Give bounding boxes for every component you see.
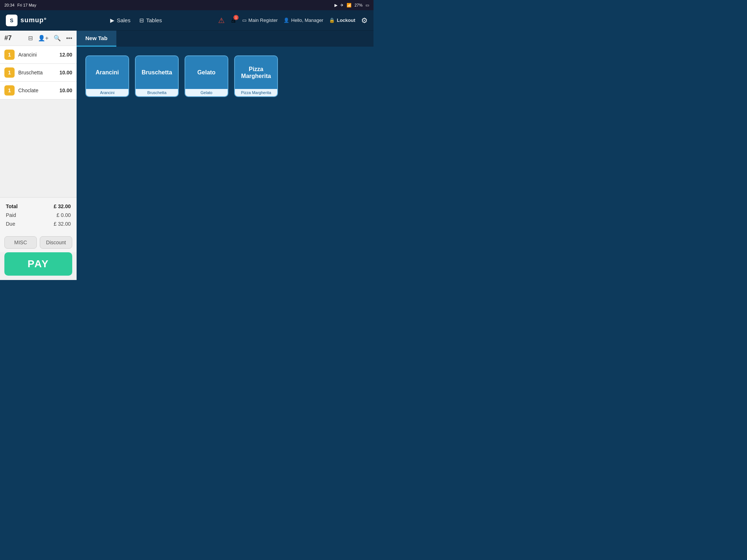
wifi-icon: 📶 bbox=[347, 3, 352, 8]
order-item[interactable]: 1 Arancini 12.00 bbox=[0, 46, 77, 64]
register-label: Main Register bbox=[248, 18, 278, 23]
location-icon: ▶ bbox=[334, 3, 337, 8]
item-qty: 1 bbox=[4, 50, 15, 60]
lockout-label: Lockout bbox=[337, 18, 355, 23]
battery-icon: ▭ bbox=[365, 3, 369, 8]
item-price: 10.00 bbox=[59, 88, 72, 93]
discount-button[interactable]: Discount bbox=[40, 236, 72, 249]
total-value: £ 32.00 bbox=[54, 203, 71, 209]
register-icon: ▭ bbox=[242, 18, 247, 23]
hello-label: Hello, Manager bbox=[291, 18, 323, 23]
tables-nav-item[interactable]: ⊟ Tables bbox=[139, 17, 162, 24]
logo-text: sumup° bbox=[20, 16, 47, 24]
item-name: Choclate bbox=[18, 88, 56, 93]
left-panel: #7 ⊟ 👤+ 🔍 ••• 1 Arancini 12.00 1 Brusche… bbox=[0, 31, 77, 280]
total-row-paid: Paid £ 0.00 bbox=[6, 211, 71, 219]
item-name: Arancini bbox=[18, 52, 56, 58]
nav-right: ⚠ 🖨 1 ▭ Main Register 👤 Hello, Manager 🔒… bbox=[218, 16, 368, 25]
product-card-inner: Gelato bbox=[185, 56, 228, 89]
sales-label: Sales bbox=[117, 17, 131, 23]
paid-label: Paid bbox=[6, 212, 16, 218]
product-card-inner: Bruschetta bbox=[136, 56, 178, 89]
due-value: £ 32.00 bbox=[54, 221, 71, 227]
new-tab-button[interactable]: New Tab bbox=[77, 31, 116, 47]
lock-icon: 🔒 bbox=[329, 18, 335, 23]
logo-area: S sumup° bbox=[6, 15, 47, 26]
logo-icon: S bbox=[6, 15, 18, 26]
tab-number: #7 bbox=[4, 34, 12, 42]
due-label: Due bbox=[6, 221, 15, 227]
totals-section: Total £ 32.00 Paid £ 0.00 Due £ 32.00 bbox=[0, 197, 77, 233]
print-badge: 1 bbox=[233, 15, 239, 20]
header-icons: ⊟ 👤+ 🔍 ••• bbox=[28, 35, 72, 42]
misc-button[interactable]: MISC bbox=[4, 236, 37, 249]
item-qty: 1 bbox=[4, 85, 15, 96]
product-card-label: Bruschetta bbox=[136, 89, 178, 96]
tab-header: New Tab bbox=[77, 31, 374, 47]
order-item[interactable]: 1 Choclate 10.00 bbox=[0, 82, 77, 100]
item-price: 10.00 bbox=[59, 70, 72, 75]
status-bar: 20:34 Fri 17 May ▶ ✈ 📶 27% ▭ bbox=[0, 0, 374, 10]
sales-nav-item[interactable]: ▶ Sales bbox=[110, 17, 131, 24]
register-nav-item[interactable]: ▭ Main Register bbox=[242, 18, 278, 23]
product-card-label: Gelato bbox=[185, 89, 228, 96]
product-card-inner: Arancini bbox=[86, 56, 128, 89]
product-card-label: Arancini bbox=[86, 89, 128, 96]
item-name: Bruschetta bbox=[18, 70, 56, 75]
product-name: Bruschetta bbox=[142, 69, 172, 76]
product-card[interactable]: Gelato Gelato bbox=[185, 55, 228, 97]
status-date: Fri 17 May bbox=[18, 3, 36, 7]
product-card[interactable]: Arancini Arancini bbox=[85, 55, 129, 97]
settings-icon[interactable]: ⚙ bbox=[361, 16, 368, 25]
total-row-due: Due £ 32.00 bbox=[6, 219, 71, 228]
product-card[interactable]: Bruschetta Bruschetta bbox=[135, 55, 179, 97]
sales-play-icon: ▶ bbox=[110, 17, 115, 24]
paid-value: £ 0.00 bbox=[57, 212, 71, 218]
product-name: Arancini bbox=[96, 69, 119, 76]
alert-icon[interactable]: ⚠ bbox=[218, 16, 225, 25]
add-person-icon[interactable]: 👤+ bbox=[38, 35, 49, 42]
user-icon: 👤 bbox=[283, 18, 289, 23]
filter-icon[interactable]: ⊟ bbox=[28, 35, 33, 42]
product-card-label: Pizza Margherita bbox=[235, 89, 277, 96]
left-panel-header: #7 ⊟ 👤+ 🔍 ••• bbox=[0, 31, 77, 46]
item-price: 12.00 bbox=[59, 52, 72, 58]
product-name: Gelato bbox=[197, 69, 216, 76]
total-row-total: Total £ 32.00 bbox=[6, 202, 71, 211]
product-name: Pizza Margherita bbox=[238, 66, 274, 79]
pay-button[interactable]: PAY bbox=[4, 252, 72, 276]
main-layout: #7 ⊟ 👤+ 🔍 ••• 1 Arancini 12.00 1 Brusche… bbox=[0, 31, 374, 280]
top-nav: S sumup° ▶ Sales ⊟ Tables ⚠ 🖨 1 ▭ Main R… bbox=[0, 10, 374, 31]
tables-icon: ⊟ bbox=[139, 17, 144, 24]
status-time: 20:34 bbox=[4, 3, 15, 7]
nav-items: ▶ Sales ⊟ Tables bbox=[61, 17, 211, 24]
hello-nav-item[interactable]: 👤 Hello, Manager bbox=[283, 18, 323, 23]
search-icon[interactable]: 🔍 bbox=[54, 35, 61, 42]
action-buttons: MISC Discount bbox=[0, 233, 77, 252]
right-panel: New Tab Arancini Arancini Bruschetta Bru… bbox=[77, 31, 374, 280]
total-label: Total bbox=[6, 203, 18, 209]
lockout-nav-item[interactable]: 🔒 Lockout bbox=[329, 18, 355, 23]
empty-area bbox=[77, 106, 374, 280]
more-icon[interactable]: ••• bbox=[66, 35, 72, 42]
product-card[interactable]: Pizza Margherita Pizza Margherita bbox=[234, 55, 278, 97]
item-qty: 1 bbox=[4, 67, 15, 78]
airplane-icon: ✈ bbox=[340, 3, 344, 8]
tables-label: Tables bbox=[146, 17, 162, 23]
product-grid: Arancini Arancini Bruschetta Bruschetta … bbox=[77, 47, 374, 106]
product-card-inner: Pizza Margherita bbox=[235, 56, 277, 89]
order-items-list: 1 Arancini 12.00 1 Bruschetta 10.00 1 Ch… bbox=[0, 46, 77, 197]
print-icon-wrapper[interactable]: 🖨 1 bbox=[231, 17, 236, 24]
battery-percent: 27% bbox=[355, 3, 363, 7]
order-item[interactable]: 1 Bruschetta 10.00 bbox=[0, 64, 77, 82]
